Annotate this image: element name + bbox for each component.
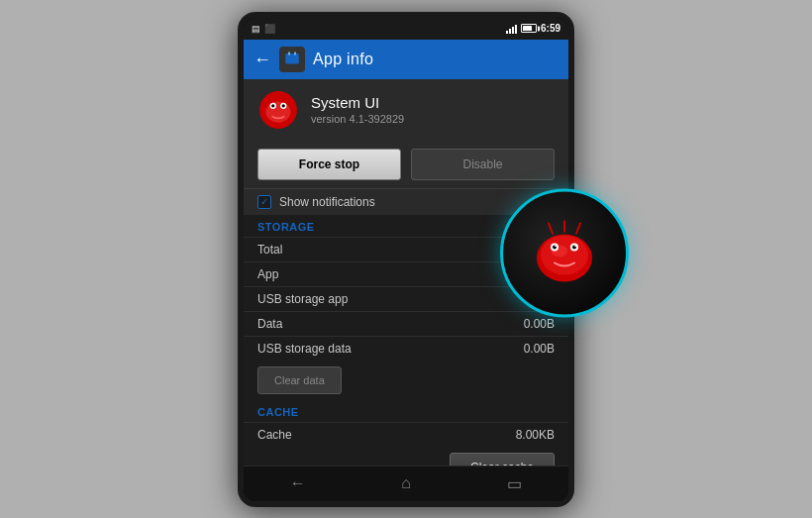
storage-label-app: App xyxy=(257,267,278,281)
nav-recent-button[interactable]: ▭ xyxy=(460,466,568,501)
storage-label-usb-data: USB storage data xyxy=(257,342,352,356)
sim-icon: ▤ xyxy=(252,24,260,34)
clear-data-row: Clear data xyxy=(244,361,568,400)
nav-recent-icon: ▭ xyxy=(507,474,522,493)
clear-cache-row: Clear cache xyxy=(244,447,568,466)
title-bar: ← App info xyxy=(244,40,568,79)
battery-icon xyxy=(521,24,537,33)
storage-row-data: Data 0.00B xyxy=(244,311,568,336)
notifications-checkbox[interactable]: ✓ xyxy=(257,195,271,209)
svg-point-7 xyxy=(271,104,274,107)
app-name: System UI xyxy=(311,94,555,111)
storage-value-data: 0.00B xyxy=(524,317,555,331)
nav-bar: ← ⌂ ▭ xyxy=(244,466,568,501)
nav-home-button[interactable]: ⌂ xyxy=(352,466,459,501)
title-app-icon xyxy=(279,47,305,72)
back-arrow-icon[interactable]: ← xyxy=(254,51,271,68)
jelly-bean-overlay xyxy=(500,188,629,317)
svg-point-16 xyxy=(555,245,557,247)
notification-icon: ⬛ xyxy=(264,24,275,34)
nav-home-icon: ⌂ xyxy=(401,474,411,492)
cache-label: Cache xyxy=(257,428,292,442)
notifications-label: Show notifications xyxy=(279,195,375,209)
disable-button[interactable]: Disable xyxy=(411,149,555,180)
nav-back-button[interactable]: ← xyxy=(244,466,352,501)
svg-point-8 xyxy=(282,104,285,107)
app-info: System UI version 4.1-392829 xyxy=(311,94,555,125)
clear-data-button[interactable]: Clear data xyxy=(257,366,342,394)
force-stop-button[interactable]: Force stop xyxy=(257,149,401,180)
svg-line-20 xyxy=(576,223,580,233)
svg-rect-1 xyxy=(288,52,290,54)
svg-line-18 xyxy=(549,223,553,233)
status-bar: ▤ ⬛ 6:59 xyxy=(244,18,568,40)
page-title: App info xyxy=(313,51,373,68)
jelly-bean-svg xyxy=(525,213,604,292)
cache-value: 8.00KB xyxy=(516,428,555,442)
status-right: 6:59 xyxy=(506,23,560,34)
cache-row: Cache 8.00KB xyxy=(244,422,568,447)
cache-section-header: CACHE xyxy=(244,400,568,422)
checkmark-icon: ✓ xyxy=(260,197,268,207)
status-left-icons: ▤ ⬛ xyxy=(252,24,275,34)
nav-back-icon: ← xyxy=(290,474,306,492)
phone-frame: ▤ ⬛ 6:59 ← xyxy=(238,12,574,507)
app-header: System UI version 4.1-392829 xyxy=(244,79,568,141)
signal-icon xyxy=(506,24,517,34)
time-display: 6:59 xyxy=(541,23,560,34)
storage-value-usb-data: 0.00B xyxy=(524,342,555,356)
svg-point-4 xyxy=(265,101,290,122)
clear-cache-button[interactable]: Clear cache xyxy=(450,453,555,466)
action-buttons-row: Force stop Disable xyxy=(244,141,568,188)
android-icon xyxy=(283,51,301,68)
svg-rect-0 xyxy=(285,53,299,64)
storage-label-usb-app: USB storage app xyxy=(257,292,348,306)
svg-point-17 xyxy=(574,245,576,247)
app-icon xyxy=(257,89,299,131)
app-version: version 4.1-392829 xyxy=(311,113,555,125)
svg-rect-2 xyxy=(294,52,296,54)
storage-label-total: Total xyxy=(257,243,282,257)
storage-row-usb-data: USB storage data 0.00B xyxy=(244,336,568,361)
storage-label-data: Data xyxy=(257,317,282,331)
